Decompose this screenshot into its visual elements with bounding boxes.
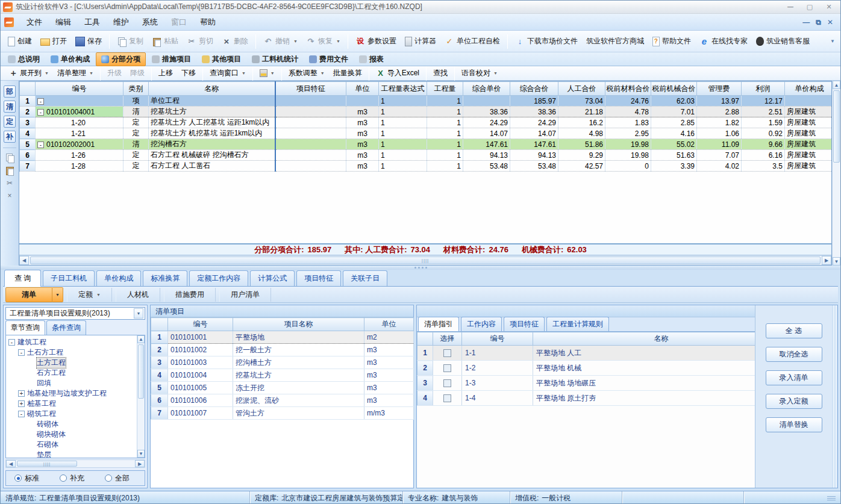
grid-cell-qty[interactable]: 1 (427, 161, 463, 172)
grid-header-machine[interactable]: 税前机械合价 (651, 82, 697, 96)
list-cell-name[interactable]: 挖一般土方 (233, 344, 364, 356)
tab-work-content[interactable]: 工作内容 (461, 317, 502, 331)
query-window-button[interactable]: 查询窗口▼ (205, 67, 250, 79)
grid-cell-labor[interactable]: 16.2 (558, 117, 605, 128)
chevron-down-icon[interactable]: ▼ (52, 287, 63, 302)
tab-quota-work-content[interactable]: 定额工作内容 (189, 270, 248, 286)
source-list-button[interactable]: 清单▼ (5, 287, 63, 302)
grid-cell-machine[interactable]: 55.02 (651, 139, 697, 150)
grid-row[interactable]: 6 1-26 定 石方工程 机械破碎 挖沟槽石方 m3 1 1 94.13 94… (20, 150, 832, 161)
list-cell-rownum[interactable]: 3 (151, 356, 168, 369)
grid-cell-price-comp[interactable]: 房屋建筑 (785, 161, 832, 172)
grid-cell-total-price[interactable]: 24.29 (510, 117, 558, 128)
scrollbar-thumb[interactable]: |||| (17, 461, 77, 467)
grid-cell-material[interactable]: 19.98 (605, 150, 651, 161)
tree-item[interactable]: 石砌体 (8, 440, 137, 450)
grid-cell-total-price[interactable]: 94.13 (510, 150, 558, 161)
grid-cell-qty[interactable]: 1 (427, 150, 463, 161)
grid-cell-mgmt-fee[interactable]: 2.88 (697, 107, 742, 117)
fill-color-button[interactable]: ▼ (255, 68, 279, 78)
guide-cell-rownum[interactable]: 4 (417, 391, 433, 406)
list-cell-unit[interactable]: m3 (364, 356, 414, 369)
expand-collapse-icon[interactable]: - (37, 98, 44, 105)
expand-to-button[interactable]: 展开到▼ (4, 67, 53, 79)
tab-price-composition[interactable]: 单价构成 (96, 270, 141, 286)
tree-expand-icon[interactable]: + (18, 390, 25, 397)
grid-cell-material[interactable]: 2.95 (605, 128, 651, 139)
tree-horizontal-scrollbar[interactable]: ◀ |||| ▶ (5, 459, 145, 468)
expand-collapse-icon[interactable]: - (37, 142, 44, 148)
tab-general-notes[interactable]: 总说明 (3, 53, 45, 66)
grid-header-qty[interactable]: 工程量 (427, 82, 463, 96)
grid-cell-rownum[interactable]: 3 (20, 117, 36, 128)
list-header-code[interactable]: 编号 (168, 318, 233, 331)
grid-cell-rownum[interactable]: 4 (20, 128, 36, 139)
grid-cell-unit-price[interactable] (463, 96, 510, 107)
guide-header-name[interactable]: 名称 (533, 332, 755, 346)
grid-cell-code[interactable]: 1-28 (36, 161, 123, 172)
grid-cell-profit[interactable]: 1.59 (742, 117, 785, 128)
grid-cell-unit[interactable] (346, 96, 379, 107)
guide-cell-code[interactable]: 1-2 (462, 361, 533, 376)
tab-item-feature-guide[interactable]: 项目特征 (504, 317, 545, 331)
import-excel-button[interactable]: 导入Excel (372, 67, 424, 79)
list-header-unit[interactable]: 单位 (364, 318, 414, 331)
grid-cell-code[interactable]: -010101004001 (36, 107, 123, 117)
grid-cell-labor[interactable]: 73.04 (558, 96, 605, 107)
grid-cell-material[interactable]: 0 (605, 161, 651, 172)
list-row[interactable]: 3 010101003 挖沟槽土方 m3 (151, 356, 414, 369)
tab-query[interactable]: 查 询 (4, 270, 41, 287)
grid-cell-name[interactable]: 石方工程 人工凿石 (149, 161, 275, 172)
grid-cell-labor[interactable]: 21.18 (558, 107, 605, 117)
menu-edit[interactable]: 编辑 (49, 14, 78, 30)
list-organize-button[interactable]: 清单整理▼ (53, 67, 98, 79)
scroll-left-arrow[interactable]: ◀ (6, 460, 16, 467)
grid-header-material[interactable]: 税前材料合价 (605, 82, 651, 96)
grid-cell-material[interactable]: 19.98 (605, 139, 651, 150)
list-cell-rownum[interactable]: 7 (151, 407, 168, 420)
list-cell-name[interactable]: 挖淤泥、流砂 (233, 394, 364, 407)
rail-section-button[interactable]: 部 (4, 86, 16, 98)
menu-system[interactable]: 系统 (136, 14, 164, 30)
paste-button[interactable]: 粘贴 (148, 34, 182, 49)
grid-header-profit[interactable]: 利润 (742, 82, 785, 96)
grid-cell-price-comp[interactable]: 房屋建筑 (785, 139, 832, 150)
tab-subsection-items[interactable]: 分部分项 (96, 52, 146, 66)
tree-item[interactable]: - 建筑工程 (8, 337, 137, 347)
tab-list-guide[interactable]: 清单指引 (418, 317, 459, 331)
list-cell-code[interactable]: 010101003 (168, 356, 233, 369)
tab-condition-query[interactable]: 条件查询 (46, 320, 86, 335)
grid-cell-machine[interactable]: 3.39 (651, 161, 697, 172)
grid-header-name[interactable]: 名称 (149, 82, 275, 96)
guide-cell-code[interactable]: 1-3 (462, 376, 533, 391)
list-row[interactable]: 6 010101006 挖淤泥、流砂 m3 (151, 394, 414, 407)
grid-cell-name[interactable]: 挖基坑土方 人工挖基坑 运距1km以内 (149, 117, 275, 128)
grid-cell-machine[interactable]: 2.85 (651, 117, 697, 128)
list-header-name[interactable]: 项目名称 (233, 318, 364, 331)
grid-cell-qty[interactable]: 1 (427, 117, 463, 128)
undo-button[interactable]: 撤销▼ (260, 34, 301, 49)
list-cell-unit[interactable]: m3 (364, 394, 414, 407)
rail-cut-icon[interactable]: ✂ (5, 178, 14, 188)
resize-grip[interactable] (827, 496, 836, 500)
grid-header-total-price[interactable]: 综合合价 (510, 82, 558, 96)
toolbar-overflow-button[interactable]: ▼ (828, 34, 837, 49)
grid-cell-unit-price[interactable]: 53.48 (463, 161, 510, 172)
tab-item-feature[interactable]: 项目特征 (296, 270, 341, 286)
guide-row[interactable]: 1 1-1 平整场地 人工 (417, 346, 755, 361)
grid-cell-profit[interactable]: 2.51 (742, 107, 785, 117)
cancel-select-all-button[interactable]: 取消全选 (766, 347, 822, 362)
grid-cell-feature[interactable] (275, 150, 346, 161)
sales-service-button[interactable]: 筑业销售客服 (752, 34, 813, 49)
list-cell-unit[interactable]: m2 (364, 331, 414, 344)
list-cell-code[interactable]: 010101004 (168, 369, 233, 382)
guide-cell-code[interactable]: 1-4 (462, 391, 533, 406)
grid-cell-material[interactable]: 4.78 (605, 107, 651, 117)
grid-cell-name[interactable]: 挖基坑土方 机挖基坑 运距1km以内 (149, 128, 275, 139)
grid-cell-name[interactable]: 挖沟槽石方 (149, 139, 275, 150)
grid-header-feature[interactable]: 项目特征 (275, 82, 346, 96)
official-store-button[interactable]: 筑业软件官方商城 (583, 34, 648, 49)
grid-cell-total-price[interactable]: 147.61 (510, 139, 558, 150)
tree-item[interactable]: 石方工程 (8, 368, 137, 378)
tree-item[interactable]: 砌块砌体 (8, 429, 137, 440)
